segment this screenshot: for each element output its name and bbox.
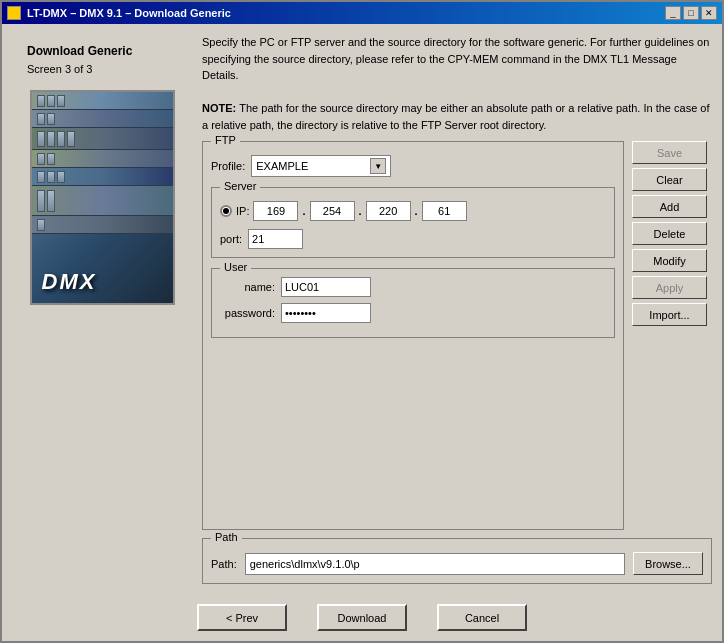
server-group: Server IP: . . . bbox=[211, 187, 615, 258]
rack-slot bbox=[37, 219, 45, 231]
ip-dot-2: . bbox=[359, 205, 362, 217]
rack-slot bbox=[57, 95, 65, 107]
ip-dot-3: . bbox=[415, 205, 418, 217]
rack-slot bbox=[47, 131, 55, 147]
maximize-button[interactable]: □ bbox=[683, 6, 699, 20]
delete-button[interactable]: Delete bbox=[632, 222, 707, 245]
rack-unit-5 bbox=[32, 168, 173, 186]
right-panel: Specify the PC or FTP server and the sou… bbox=[202, 34, 712, 584]
profile-label: Profile: bbox=[211, 160, 245, 172]
password-input[interactable] bbox=[281, 303, 371, 323]
rack-unit-1 bbox=[32, 92, 173, 110]
rack-unit-6 bbox=[32, 186, 173, 216]
left-panel: Download Generic Screen 3 of 3 010010110… bbox=[12, 34, 192, 584]
footer: < Prev Download Cancel bbox=[2, 594, 722, 641]
rack-slot bbox=[47, 153, 55, 165]
ip-label: IP: bbox=[236, 205, 249, 217]
rack-slot bbox=[47, 95, 55, 107]
ftp-legend: FTP bbox=[211, 134, 240, 146]
name-input[interactable] bbox=[281, 277, 371, 297]
path-input[interactable] bbox=[245, 553, 625, 575]
rack-slot bbox=[47, 113, 55, 125]
browse-button[interactable]: Browse... bbox=[633, 552, 703, 575]
device-image: 0100101100101010011010010100101001011010… bbox=[30, 90, 175, 305]
rack-unit-7 bbox=[32, 216, 173, 234]
rack-visual: DMX bbox=[32, 92, 173, 303]
ip-octet-4[interactable] bbox=[422, 201, 467, 221]
rack-slot bbox=[37, 113, 45, 125]
rack-unit-4 bbox=[32, 150, 173, 168]
panel-title: Download Generic bbox=[27, 44, 132, 58]
rack-unit-3 bbox=[32, 128, 173, 150]
description: Specify the PC or FTP server and the sou… bbox=[202, 34, 712, 133]
rack-unit-2 bbox=[32, 110, 173, 128]
main-area: FTP Profile: EXAMPLE ▼ Server bbox=[202, 141, 712, 530]
clear-button[interactable]: Clear bbox=[632, 168, 707, 191]
rack-slot bbox=[47, 171, 55, 183]
buttons-panel: Save Clear Add Delete Modify Apply Impor… bbox=[632, 141, 712, 530]
rack-slot bbox=[67, 131, 75, 147]
rack-slot bbox=[37, 171, 45, 183]
path-row: Path: Browse... bbox=[211, 552, 703, 575]
password-label: password: bbox=[220, 307, 275, 319]
ip-octet-3[interactable] bbox=[366, 201, 411, 221]
minimize-button[interactable]: _ bbox=[665, 6, 681, 20]
ip-octet-1[interactable] bbox=[253, 201, 298, 221]
path-section: Path Path: Browse... bbox=[202, 538, 712, 584]
apply-button[interactable]: Apply bbox=[632, 276, 707, 299]
server-legend: Server bbox=[220, 180, 260, 192]
rack-slot bbox=[47, 190, 55, 212]
ftp-section: FTP Profile: EXAMPLE ▼ Server bbox=[202, 141, 624, 530]
note-prefix: NOTE: bbox=[202, 102, 239, 114]
user-group: User name: password: bbox=[211, 268, 615, 338]
desc-line1: Specify the PC or FTP server and the sou… bbox=[202, 34, 712, 84]
name-label: name: bbox=[220, 281, 275, 293]
download-button[interactable]: Download bbox=[317, 604, 407, 631]
rack-slot bbox=[57, 131, 65, 147]
modify-button[interactable]: Modify bbox=[632, 249, 707, 272]
port-input[interactable] bbox=[248, 229, 303, 249]
close-button[interactable]: ✕ bbox=[701, 6, 717, 20]
title-bar: LT-DMX – DMX 9.1 – Download Generic _ □ … bbox=[2, 2, 722, 24]
dropdown-arrow-icon[interactable]: ▼ bbox=[370, 158, 386, 174]
rack-slot bbox=[37, 153, 45, 165]
profile-row: Profile: EXAMPLE ▼ bbox=[211, 155, 615, 177]
cancel-button[interactable]: Cancel bbox=[437, 604, 527, 631]
ip-dot-1: . bbox=[302, 205, 305, 217]
title-controls: _ □ ✕ bbox=[665, 6, 717, 20]
rack-slot bbox=[57, 171, 65, 183]
prev-button[interactable]: < Prev bbox=[197, 604, 287, 631]
rack-slot bbox=[37, 95, 45, 107]
profile-value: EXAMPLE bbox=[256, 160, 308, 172]
port-label: port: bbox=[220, 233, 242, 245]
save-button[interactable]: Save bbox=[632, 141, 707, 164]
content-area: Download Generic Screen 3 of 3 010010110… bbox=[2, 24, 722, 594]
main-window: LT-DMX – DMX 9.1 – Download Generic _ □ … bbox=[0, 0, 724, 643]
path-label: Path: bbox=[211, 558, 237, 570]
title-bar-text: LT-DMX – DMX 9.1 – Download Generic bbox=[7, 6, 231, 20]
window-title: LT-DMX – DMX 9.1 – Download Generic bbox=[27, 7, 231, 19]
radio-selected-indicator bbox=[223, 208, 229, 214]
name-row: name: bbox=[220, 277, 606, 297]
password-row: password: bbox=[220, 303, 606, 323]
panel-subtitle: Screen 3 of 3 bbox=[27, 63, 92, 75]
desc-note: NOTE: The path for the source directory … bbox=[202, 100, 712, 133]
ip-radio[interactable] bbox=[220, 205, 232, 217]
path-legend: Path bbox=[211, 531, 242, 543]
rack-slot bbox=[37, 131, 45, 147]
profile-dropdown[interactable]: EXAMPLE ▼ bbox=[251, 155, 391, 177]
ip-row: IP: . . . bbox=[220, 201, 606, 221]
user-legend: User bbox=[220, 261, 251, 273]
port-row: port: bbox=[220, 229, 606, 249]
app-icon bbox=[7, 6, 21, 20]
dmx-label: DMX bbox=[42, 269, 97, 295]
ip-octet-2[interactable] bbox=[310, 201, 355, 221]
import-button[interactable]: Import... bbox=[632, 303, 707, 326]
rack-slot bbox=[37, 190, 45, 212]
add-button[interactable]: Add bbox=[632, 195, 707, 218]
